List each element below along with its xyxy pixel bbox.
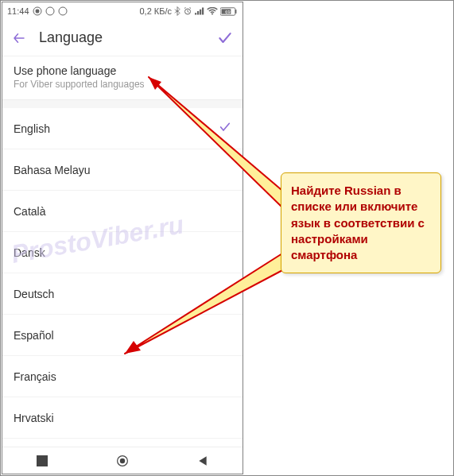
svg-text:69: 69	[225, 9, 230, 14]
svg-rect-4	[195, 13, 196, 14]
language-label: Deutsch	[14, 288, 54, 300]
nav-home-button[interactable]	[116, 455, 129, 467]
phone-frame: 11:44 0,2 КБ/с 69 Language Use phone lan…	[2, 2, 243, 474]
signal-icon	[195, 7, 204, 15]
language-item-dansk[interactable]: Dansk	[2, 232, 243, 273]
annotation-callout: Найдите Russian в списке или включите яз…	[281, 172, 441, 273]
alarm-icon	[183, 6, 192, 16]
language-label: Català	[14, 205, 45, 218]
status-icon-2	[58, 6, 68, 16]
header-bar: Language	[2, 20, 243, 56]
use-phone-language-option[interactable]: Use phone language For Viber supported l…	[2, 56, 243, 100]
svg-rect-10	[235, 10, 237, 14]
status-bar: 11:44 0,2 КБ/с 69	[2, 2, 243, 20]
svg-rect-5	[197, 11, 199, 15]
language-label: Dansk	[14, 246, 45, 259]
language-label: English	[14, 122, 50, 135]
language-item-deutsch[interactable]: Deutsch	[2, 273, 243, 315]
page-title: Language	[39, 29, 204, 46]
language-item-espanol[interactable]: Español	[2, 315, 243, 356]
viber-status-icon	[33, 6, 42, 16]
language-item-bahasa[interactable]: Bahasa Melayu	[2, 149, 243, 191]
status-right: 0,2 КБ/с 69	[139, 6, 238, 16]
status-time: 11:44	[7, 6, 29, 16]
confirm-check-icon[interactable]	[217, 30, 233, 46]
svg-rect-6	[200, 10, 201, 15]
section-divider	[2, 100, 243, 108]
language-label: Hrvatski	[14, 412, 54, 424]
language-item-francais[interactable]: Français	[2, 356, 243, 397]
back-arrow-icon[interactable]	[12, 31, 26, 45]
svg-point-15	[120, 458, 125, 462]
use-phone-subtitle: For Viber supported languages	[14, 79, 231, 90]
svg-rect-13	[37, 455, 48, 466]
android-nav-bar	[2, 447, 243, 474]
status-left: 11:44	[7, 6, 68, 16]
svg-rect-7	[202, 8, 204, 15]
use-phone-title: Use phone language	[14, 64, 231, 77]
svg-point-1	[46, 7, 54, 15]
nav-recents-button[interactable]	[36, 455, 49, 467]
language-item-hrvatski[interactable]: Hrvatski	[2, 397, 243, 439]
svg-point-2	[59, 7, 67, 15]
language-label: Français	[14, 370, 56, 383]
bluetooth-icon	[174, 6, 180, 16]
wifi-icon	[207, 7, 218, 15]
callout-text: Найдите Russian в списке или включите яз…	[291, 184, 425, 261]
nav-back-button[interactable]	[196, 455, 209, 467]
battery-icon: 69	[220, 7, 238, 16]
language-item-catala[interactable]: Català	[2, 191, 243, 232]
language-label: Español	[14, 329, 54, 342]
language-item-english[interactable]: English	[2, 108, 243, 149]
svg-point-8	[211, 13, 213, 14]
language-label: Bahasa Melayu	[14, 164, 91, 176]
language-list[interactable]: English Bahasa Melayu Català Dansk Deuts…	[2, 108, 243, 474]
status-icon-1	[45, 6, 55, 16]
selected-check-icon	[219, 121, 231, 136]
net-speed: 0,2 КБ/с	[139, 6, 172, 16]
